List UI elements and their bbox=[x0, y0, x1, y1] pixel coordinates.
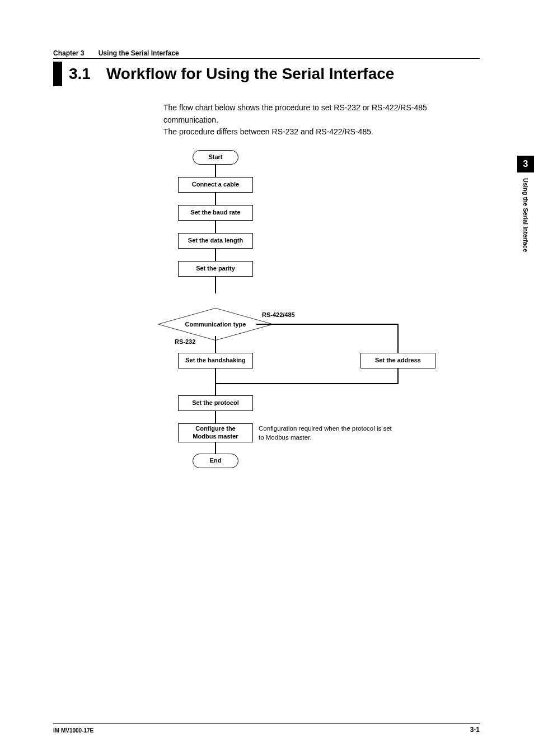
label-rs422-485: RS-422/485 bbox=[262, 311, 295, 318]
node-baud-rate: Set the baud rate bbox=[178, 205, 253, 221]
section-title: Workflow for Using the Serial Interface bbox=[106, 65, 394, 83]
intro-text: The flow chart below shows the procedure… bbox=[163, 102, 443, 138]
chapter-label: Chapter 3 bbox=[53, 49, 84, 57]
connector bbox=[215, 383, 399, 384]
connector bbox=[215, 442, 216, 454]
chapter-header: Chapter 3 Using the Serial Interface bbox=[53, 49, 179, 57]
node-data-length: Set the data length bbox=[178, 233, 253, 249]
section-marker bbox=[53, 62, 62, 86]
label-rs232: RS-232 bbox=[175, 338, 195, 345]
footer-right: 3-1 bbox=[470, 726, 480, 734]
node-address: Set the address bbox=[360, 353, 435, 368]
footer-rule bbox=[53, 723, 480, 724]
chapter-title: Using the Serial Interface bbox=[99, 49, 179, 57]
connector bbox=[397, 368, 399, 384]
node-end: End bbox=[193, 454, 238, 468]
node-connect-cable: Connect a cable bbox=[178, 177, 253, 193]
section-number: 3.1 bbox=[69, 65, 91, 83]
intro-line-2: The procedure differs between RS-232 and… bbox=[163, 126, 443, 138]
connector bbox=[215, 193, 216, 205]
node-parity: Set the parity bbox=[178, 261, 253, 277]
connector bbox=[215, 165, 216, 177]
intro-line-1: The flow chart below shows the procedure… bbox=[163, 102, 443, 126]
connector bbox=[215, 368, 216, 395]
node-start: Start bbox=[193, 150, 238, 165]
side-tab-text: Using the Serial Interface bbox=[517, 172, 529, 252]
connector bbox=[397, 324, 399, 353]
section-heading: 3.1 Workflow for Using the Serial Interf… bbox=[53, 62, 480, 86]
node-handshaking: Set the handshaking bbox=[178, 353, 253, 368]
header-rule bbox=[53, 58, 480, 59]
connector bbox=[215, 411, 216, 423]
connector bbox=[215, 336, 216, 353]
flowchart: Start Connect a cable Set the baud rate … bbox=[163, 150, 432, 503]
connector bbox=[215, 249, 216, 261]
node-protocol: Set the protocol bbox=[178, 395, 253, 411]
side-tab: 3 Using the Serial Interface bbox=[517, 156, 534, 252]
connector bbox=[215, 221, 216, 233]
node-modbus-master: Configure the Modbus master bbox=[178, 423, 253, 442]
side-tab-number: 3 bbox=[517, 156, 534, 172]
modbus-note: Configuration required when the protocol… bbox=[259, 424, 399, 442]
connector bbox=[256, 324, 399, 325]
footer-left: IM MV1000-17E bbox=[53, 727, 93, 734]
